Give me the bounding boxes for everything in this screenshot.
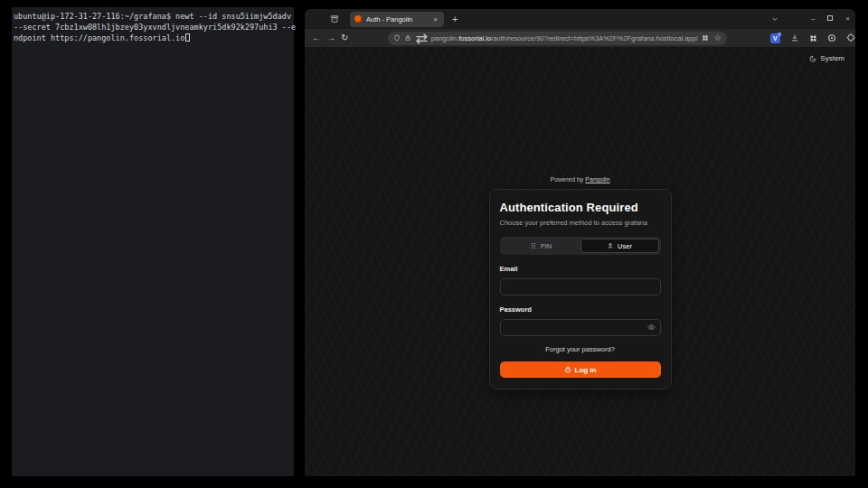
downloads-icon[interactable] (790, 33, 799, 42)
urlbar-actions: ☆ (702, 33, 722, 42)
tab-user[interactable]: User (580, 239, 659, 253)
back-button[interactable]: ← (312, 33, 321, 42)
permissions-swap-icon[interactable]: ⇄ (415, 30, 427, 47)
terminal-window[interactable]: ubuntu@ip-172-31-27-116:~/grafana$ newt … (12, 7, 294, 476)
show-password-eye-icon[interactable] (647, 323, 656, 331)
shortcuts-grid-icon[interactable] (702, 34, 709, 42)
terminal-line: --secret 7cbz1xw08lh1jbzey03yxvndljvneam… (14, 22, 292, 33)
auth-section: Powered by Pangolin Authentication Requi… (489, 176, 672, 389)
bookmark-star-icon[interactable]: ☆ (714, 33, 722, 42)
keypad-icon (530, 242, 537, 249)
theme-toggle-label: System (820, 54, 844, 62)
tab-bar: Auth - Pangolin × + – × (305, 9, 855, 29)
url-text: pangolin.fossorial.io/auth/resource/90?r… (431, 34, 698, 42)
https-lock-icon[interactable] (404, 34, 411, 42)
card-title: Authentication Required (500, 201, 661, 214)
terminal-line: ndpoint https://pangolin.fossorial.io (14, 33, 292, 43)
forward-button[interactable]: → (326, 33, 335, 42)
password-label: Password (500, 305, 661, 314)
window-controls: – × (771, 15, 850, 23)
moon-icon (809, 55, 816, 62)
close-window-button[interactable]: × (845, 15, 850, 23)
auth-method-tabs: PIN User (500, 237, 661, 255)
reload-button[interactable]: ↻ (341, 33, 348, 42)
tab-close-icon[interactable]: × (431, 15, 439, 23)
password-field[interactable] (500, 319, 661, 336)
pangolin-link[interactable]: Pangolin (585, 176, 609, 183)
lock-icon (564, 366, 571, 373)
tab-pin[interactable]: PIN (502, 239, 580, 253)
apps-grid-icon[interactable] (809, 34, 817, 42)
powered-by: Powered by Pangolin (489, 176, 672, 183)
maximize-button[interactable] (827, 15, 833, 23)
theme-toggle[interactable]: System (809, 54, 844, 62)
new-tab-button[interactable]: + (452, 14, 458, 24)
card-subtitle: Choose your preferred method to access g… (500, 219, 661, 227)
pangolin-favicon (354, 15, 362, 23)
email-field[interactable] (500, 278, 661, 296)
tracking-shield-icon[interactable] (393, 34, 401, 42)
browser-window: Auth - Pangolin × + – × ← → ↻ (305, 9, 855, 476)
tab-title: Auth - Pangolin (366, 15, 431, 23)
extensions-puzzle-icon[interactable] (846, 33, 855, 42)
terminal-cursor (185, 33, 190, 42)
user-icon (607, 242, 614, 249)
forgot-password-link[interactable]: Forgot your password? (500, 345, 661, 353)
tab-list-chevron-icon[interactable] (771, 15, 778, 23)
email-label: Email (500, 265, 661, 273)
browser-tab[interactable]: Auth - Pangolin × (350, 12, 444, 27)
desktop: ubuntu@ip-172-31-27-116:~/grafana$ newt … (0, 0, 868, 488)
toolbar-icons: V (770, 33, 855, 43)
auth-card: Authentication Required Choose your pref… (489, 189, 672, 389)
navigation-bar: ← → ↻ ⇄ pangolin.fossorial.io/auth/resou… (305, 29, 855, 47)
address-bar[interactable]: ⇄ pangolin.fossorial.io/auth/resource/90… (388, 32, 726, 45)
vimium-extension-icon[interactable]: V (770, 33, 780, 43)
minimize-button[interactable]: – (811, 15, 815, 23)
page-viewport: System Powered by Pangolin Authenticatio… (305, 47, 855, 476)
terminal-line: ubuntu@ip-172-31-27-116:~/grafana$ newt … (14, 11, 292, 22)
adblock-ring-icon[interactable] (827, 33, 836, 42)
firefox-view-icon[interactable] (326, 12, 343, 26)
login-button[interactable]: Log in (500, 361, 661, 378)
